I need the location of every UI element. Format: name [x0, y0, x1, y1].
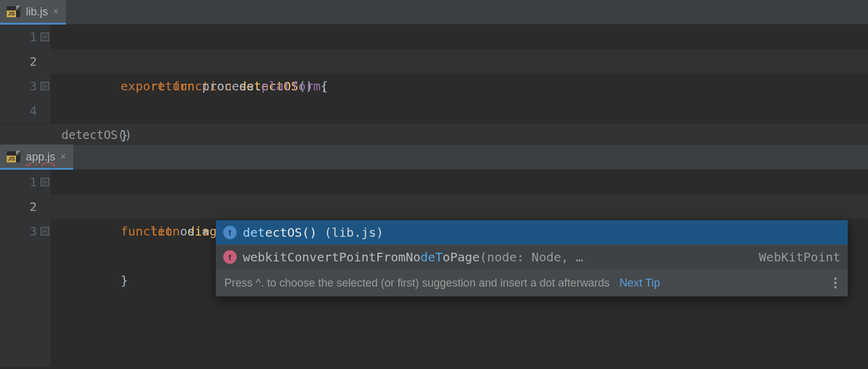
function-badge-icon: f: [223, 226, 237, 239]
line-number: 2: [0, 194, 37, 219]
line-number: 3: [0, 74, 37, 98]
code-line[interactable]: − }: [50, 74, 868, 98]
close-icon[interactable]: ×: [60, 152, 66, 162]
code-area[interactable]: − export function detectOS() { return pr…: [50, 25, 868, 123]
kebab-icon[interactable]: [832, 275, 839, 291]
completion-label: detectOS() (lib.js): [243, 225, 384, 240]
gutter: 1 2 3: [0, 170, 50, 367]
code-line[interactable]: − export function detectOS() {: [50, 25, 868, 49]
autocomplete-item[interactable]: f webkitConvertPointFromNodeToPage(node:…: [216, 245, 848, 269]
hint-text: Press ^. to choose the selected (or firs…: [224, 277, 610, 290]
line-number: 1: [0, 25, 37, 49]
tab-bar: lib.js ×: [0, 0, 868, 25]
editor-lib[interactable]: 1 2 3 4 − export function detectOS() { r…: [0, 25, 868, 123]
close-icon[interactable]: ×: [53, 7, 58, 17]
js-file-icon: [6, 151, 21, 163]
fold-close-icon[interactable]: −: [41, 227, 49, 236]
completion-label: webkitConvertPointFromNodeToPage(node: N…: [243, 250, 583, 264]
fold-open-icon[interactable]: −: [41, 33, 49, 41]
autocomplete-popup: f detectOS() (lib.js) f webkitConvertPoi…: [216, 220, 848, 296]
line-number: 2: [0, 49, 37, 74]
line-number: 1: [0, 170, 37, 194]
editor-pane-app: app.js × 1 2 3 − function diagnostics() …: [0, 145, 868, 367]
completion-type: WebKitPoint: [759, 250, 840, 264]
code-area[interactable]: − function diagnostics() : void { let os…: [50, 170, 868, 367]
autocomplete-item[interactable]: f detectOS() (lib.js): [216, 220, 848, 245]
js-file-icon: [6, 6, 21, 18]
tab-filename: lib.js: [26, 6, 48, 18]
editor-app[interactable]: 1 2 3 − function diagnostics() : void { …: [0, 170, 868, 367]
code-line[interactable]: [50, 98, 868, 123]
tab-lib-js[interactable]: lib.js ×: [0, 0, 66, 24]
code-line[interactable]: − function diagnostics() : void {: [50, 170, 868, 194]
next-tip-link[interactable]: Next Tip: [620, 277, 660, 290]
fold-close-icon[interactable]: −: [41, 82, 49, 90]
autocomplete-hint: Press ^. to choose the selected (or firs…: [216, 269, 848, 296]
tab-filename: app.js: [26, 151, 55, 164]
editor-pane-lib: lib.js × 1 2 3 4 − export function detec…: [0, 0, 868, 145]
fold-open-icon[interactable]: −: [41, 178, 49, 186]
tab-app-js[interactable]: app.js ×: [0, 145, 73, 169]
function-badge-icon: f: [223, 250, 237, 264]
breadcrumb[interactable]: detectOS(): [0, 123, 868, 145]
line-number: 4: [0, 98, 37, 123]
code-line[interactable]: return process.platform;: [50, 49, 868, 74]
tab-bar: app.js ×: [0, 145, 868, 170]
code-line[interactable]: let os = det: [50, 194, 868, 219]
line-number: 3: [0, 219, 37, 244]
